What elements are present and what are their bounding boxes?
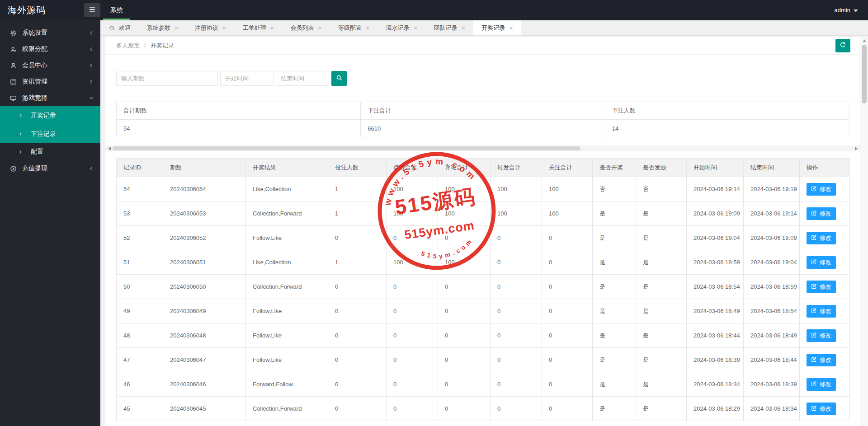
edit-button-label: 修改 [820,283,831,291]
edit-button[interactable]: 修改 [807,378,836,391]
close-icon[interactable]: × [462,24,466,31]
close-icon[interactable]: × [366,24,370,31]
edit-button[interactable]: 修改 [807,183,836,196]
scroll-left-arrow-icon[interactable] [106,145,113,151]
search-button[interactable] [331,71,347,86]
sidebar-subitem-bet-records[interactable]: 下注记录 [0,125,100,143]
close-icon[interactable]: × [509,24,513,31]
horizontal-scrollbar [105,145,860,151]
cell-forward-total: 0 [491,348,542,372]
sidebar-item-member-center[interactable]: 会员中心 [0,57,100,74]
cell-is-drawn: 是 [593,250,636,275]
cell-forward-total: 0 [491,323,542,348]
tab-work-orders[interactable]: 工单处理× [235,20,283,35]
cell-record-id: 53 [117,201,163,226]
sidebar-subitem-lottery-records[interactable]: 开奖记录 [0,106,100,125]
admin-menu[interactable]: admin [835,0,858,20]
edit-icon [811,332,817,339]
sidebar-item-label: 游戏竞猜 [22,94,89,102]
tab-lottery-records[interactable]: 开奖记录× [473,20,521,35]
cell-is-drawn: 是 [593,226,636,250]
refresh-button[interactable] [835,39,850,52]
tab-level-config[interactable]: 等级配置× [330,20,378,35]
cell-period: 20240306053 [163,201,246,226]
cell-bettors: 0 [328,323,387,348]
cell-end-time: 2024-03-06 18:34 [744,397,800,421]
sidebar-item-game-betting[interactable]: 游戏竞猜 [0,90,100,106]
edit-button[interactable]: 修改 [807,354,836,366]
tab-team-records[interactable]: 团队记录× [426,20,474,35]
chevron-left-icon [89,166,94,171]
cell-like-total: 0 [387,348,438,372]
close-icon[interactable]: × [222,24,226,31]
start-time-input[interactable] [220,71,274,86]
horizontal-scrollbar-thumb[interactable] [113,146,580,150]
edit-button[interactable]: 修改 [807,232,836,244]
close-icon[interactable]: × [270,24,274,31]
sidebar-item-system-settings[interactable]: 系统设置 [0,25,100,41]
cell-period: 20240306045 [163,397,246,421]
sidebar-item-label: 充值提现 [22,164,89,173]
topnav-tab-system[interactable]: 系统 [103,0,130,20]
cell-bettors: 1 [328,177,387,201]
edit-button[interactable]: 修改 [807,403,836,415]
cell-bettors: 0 [328,348,387,372]
sidebar-subitem-config[interactable]: 配置 [0,143,100,160]
edit-button[interactable]: 修改 [807,256,836,269]
close-icon[interactable]: × [175,24,179,31]
edit-button[interactable]: 修改 [807,207,836,220]
edit-icon [811,234,817,242]
sidebar-item-label: 会员中心 [22,61,89,70]
table-row: 5020240306050Collection,Forward00000是是20… [117,275,850,299]
topbar: 海外源码 系统 admin [0,0,868,20]
scroll-up-arrow-icon[interactable] [860,37,868,44]
cell-is-drawn: 是 [593,323,636,348]
cell-like-total: 0 [387,397,438,421]
cell-start-time: 2024-03-06 18:34 [687,372,744,397]
table-row: 4620240306046Forward,Follow00000是是2024-0… [117,372,850,397]
column-header-record-id: 记录ID [117,159,163,177]
cell-record-id: 50 [117,275,163,299]
cell-bettors: 1 [328,250,387,275]
cell-like-total: 100 [387,201,438,226]
cell-start-time: 2024-03-06 18:44 [687,323,744,348]
summary-header-cell: 下注合计 [361,102,605,120]
edit-button[interactable]: 修改 [807,281,836,293]
cell-like-total: 100 [387,250,438,275]
tab-member-list[interactable]: 会员列表× [282,20,330,35]
sidebar-item-news-management[interactable]: 资讯管理 [0,74,100,90]
cell-action: 修改 [800,372,850,397]
cell-period: 20240306051 [163,250,246,275]
content-panel: 多人殷宝/开奖记录 合计期数下注合计下注人数 54661014 记录ID期数开奖… [105,37,860,426]
end-time-input[interactable] [276,71,329,86]
sidebar-item-label: 权限分配 [22,45,89,53]
tab-welcome[interactable]: 欢迎 [100,20,139,35]
hamburger-button[interactable] [84,3,100,17]
tab-flow-records[interactable]: 流水记录× [378,20,426,35]
close-icon[interactable]: × [318,24,322,31]
edit-button[interactable]: 修改 [807,329,836,342]
sidebar-item-recharge-withdraw[interactable]: 充值提现 [0,160,100,177]
sidebar-item-permissions[interactable]: 权限分配 [0,41,100,57]
edit-button[interactable]: 修改 [807,305,836,318]
cell-start-time: 2024-03-06 18:29 [687,397,744,421]
cell-follow-total: 100 [542,201,593,226]
cell-forward-total: 0 [491,372,542,397]
arrow-right-icon [18,150,23,154]
cell-end-time: 2024-03-06 18:44 [744,348,800,372]
cell-start-time: 2024-03-06 18:54 [687,275,744,299]
sidebar-subitem-label: 下注记录 [31,130,56,138]
cell-period: 20240306047 [163,348,246,372]
cell-follow-total: 0 [542,323,593,348]
tab-register-agreement[interactable]: 注册协议× [187,20,235,35]
column-header-is-drawn: 是否开奖 [593,159,636,177]
tab-system-params[interactable]: 系统参数× [139,20,187,35]
period-input[interactable] [116,71,218,86]
cell-comment-total: 0 [438,372,491,397]
search-icon [336,75,343,83]
vertical-scrollbar-thumb[interactable] [862,45,867,103]
cell-action: 修改 [800,226,850,250]
scroll-right-arrow-icon[interactable] [853,145,859,151]
close-icon[interactable]: × [414,24,418,31]
cell-record-id: 49 [117,299,163,323]
